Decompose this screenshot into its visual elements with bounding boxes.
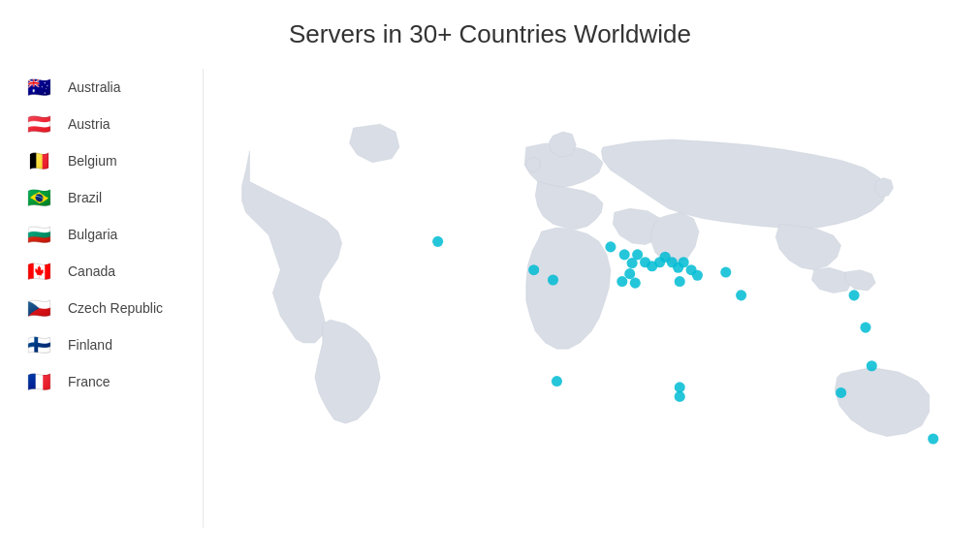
server-dot (548, 274, 558, 285)
country-item[interactable]: 🇨🇿Czech Republic (19, 290, 193, 326)
server-dot (675, 276, 685, 287)
server-dot (528, 264, 539, 275)
country-name-label: Australia (68, 79, 120, 95)
server-dot (552, 376, 562, 386)
country-flag: 🇨🇦 (23, 261, 54, 282)
country-list: 🇦🇺Australia🇦🇹Austria🇧🇪Belgium🇧🇷Brazil🇧🇬B… (0, 69, 204, 528)
page-container: Servers in 30+ Countries Worldwide 🇦🇺Aus… (0, 0, 980, 556)
country-flag: 🇫🇮 (23, 334, 54, 355)
country-item[interactable]: 🇦🇺Australia (19, 69, 193, 106)
country-item[interactable]: 🇨🇦Canada (19, 253, 193, 290)
content-area: 🇦🇺Australia🇦🇹Austria🇧🇪Belgium🇧🇷Brazil🇧🇬B… (0, 69, 980, 528)
server-dot (675, 391, 685, 402)
country-flag: 🇫🇷 (23, 371, 54, 392)
country-flag: 🇨🇿 (23, 297, 54, 319)
country-name-label: Canada (68, 263, 115, 279)
country-item[interactable]: 🇧🇬Bulgaria (19, 216, 193, 253)
country-name-label: Bulgaria (68, 227, 117, 242)
country-item[interactable]: 🇧🇷Brazil (19, 179, 193, 216)
country-flag: 🇧🇪 (23, 150, 54, 171)
page-title: Servers in 30+ Countries Worldwide (289, 19, 691, 49)
country-flag: 🇧🇷 (23, 187, 54, 208)
country-item[interactable]: 🇧🇪Belgium (19, 142, 193, 179)
server-dot (605, 241, 616, 252)
country-name-label: Brazil (68, 190, 102, 205)
country-flag: 🇦🇹 (23, 113, 54, 135)
country-name-label: Austria (68, 116, 111, 132)
server-dot (616, 276, 627, 287)
server-dot (619, 249, 630, 260)
server-dot (675, 382, 685, 392)
country-item[interactable]: 🇫🇮Finland (19, 326, 193, 363)
country-name-label: Czech Republic (68, 300, 163, 316)
country-item[interactable]: 🇦🇹Austria (19, 106, 193, 142)
server-dot (928, 433, 938, 444)
server-dot (836, 387, 846, 398)
server-dot (432, 236, 443, 247)
server-dot (860, 323, 870, 333)
server-dot (624, 268, 635, 279)
server-dot (849, 290, 860, 300)
server-dot (867, 360, 877, 371)
server-dot (630, 278, 641, 289)
map-area (204, 69, 980, 528)
country-name-label: France (68, 374, 111, 389)
country-name-label: Finland (68, 337, 112, 353)
country-flag: 🇧🇬 (23, 224, 54, 245)
server-dot (736, 290, 746, 300)
server-dot (632, 249, 643, 260)
server-dot (692, 270, 703, 281)
server-dot (720, 267, 731, 278)
country-name-label: Belgium (68, 153, 117, 169)
world-map (204, 69, 980, 528)
server-dot (679, 257, 689, 267)
country-item[interactable]: 🇫🇷France (19, 363, 193, 400)
country-flag: 🇦🇺 (23, 77, 54, 98)
